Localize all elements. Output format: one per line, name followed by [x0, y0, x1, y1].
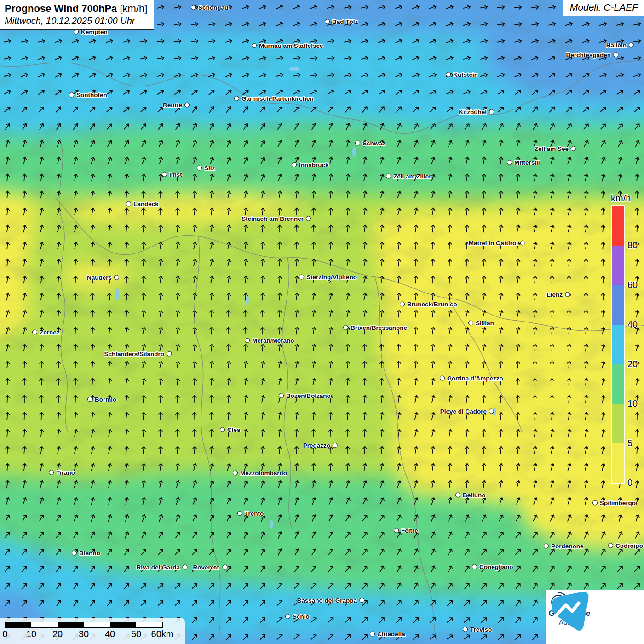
- city-marker: Treviso: [463, 626, 492, 633]
- city-dot: [394, 528, 399, 533]
- city-label: Belluno: [463, 492, 486, 499]
- city-dot: [184, 103, 190, 108]
- city-marker: Schongau: [191, 4, 228, 11]
- city-dot: [489, 409, 494, 414]
- city-label: Schongau: [198, 4, 228, 11]
- city-marker: Pieve di Cadore: [440, 408, 494, 415]
- city-label: Garmisch-Partenkirchen: [242, 95, 314, 102]
- city-label: Schwaz: [362, 140, 385, 147]
- city-marker: Garmisch-Partenkirchen: [234, 95, 314, 102]
- city-marker: Mezzolombardo: [233, 470, 287, 477]
- city-label: Riva del Garda: [136, 564, 180, 571]
- city-label: Predazzo: [303, 442, 330, 449]
- city-dot: [544, 544, 549, 549]
- page-title: Prognose Wind 700hPa [km/h]: [5, 3, 147, 15]
- city-marker: Zernez: [32, 329, 60, 336]
- legend-tick: 40: [627, 319, 638, 330]
- city-dot: [440, 376, 445, 381]
- scale-labels: 0102030405060km: [0, 629, 185, 643]
- city-marker: Kufstein: [446, 71, 478, 78]
- city-label: Kufstein: [453, 71, 478, 78]
- model-label: Modell: C-LAEF: [563, 0, 644, 16]
- city-marker: Schwaz: [355, 140, 385, 147]
- city-marker: Conegliano: [472, 564, 513, 570]
- city-marker: Codroipo: [608, 542, 643, 549]
- city-dot: [386, 174, 391, 179]
- city-marker: Silz: [197, 165, 215, 172]
- city-dot: [446, 72, 451, 77]
- city-label: Zell am See: [535, 145, 569, 152]
- legend-segment: [612, 206, 624, 246]
- legend-tick: 0: [627, 477, 632, 488]
- city-dot: [370, 632, 375, 637]
- city-marker: Imst: [162, 171, 182, 178]
- city-dot: [325, 19, 330, 24]
- city-dot: [49, 470, 54, 475]
- city-dot: [197, 166, 202, 171]
- city-marker: Bruneck/Brunico: [400, 301, 457, 308]
- city-label: Hallein: [606, 42, 627, 49]
- city-marker: Hallein: [606, 42, 634, 49]
- city-dot: [571, 146, 576, 151]
- city-label: Cittadella: [377, 631, 405, 638]
- city-marker: Nauders: [87, 274, 119, 281]
- city-label: Bozen/Bolzano: [286, 392, 331, 399]
- city-layer: SchongauBad TölzKemptenMurnau am Staffel…: [0, 0, 644, 644]
- geosphere-logo-panel: GeoSphere Austria: [546, 590, 644, 644]
- city-label: Imst: [169, 171, 182, 178]
- city-marker: Bormio: [87, 396, 116, 403]
- legend-segment: [612, 364, 624, 404]
- city-marker: Lienz: [546, 291, 570, 298]
- legend-segment: [612, 443, 624, 483]
- city-marker: Sterzing/Vipiteno: [299, 274, 357, 281]
- city-marker: Mittersill: [507, 159, 540, 166]
- city-label: Sonthofen: [76, 92, 107, 98]
- city-dot: [359, 598, 364, 603]
- city-dot: [463, 627, 468, 632]
- city-dot: [468, 321, 473, 326]
- city-label: Tirano: [56, 469, 75, 476]
- legend-tick: 60: [627, 280, 638, 290]
- scale-segment: [110, 622, 136, 627]
- map-scale-panel: 0102030405060km: [0, 618, 185, 644]
- city-marker: Zell am See: [535, 145, 576, 152]
- legend-color-bar: [612, 206, 624, 483]
- city-dot: [74, 29, 79, 34]
- city-dot: [69, 92, 74, 98]
- city-marker: Kitzbühel: [459, 109, 494, 115]
- legend-tick: 20: [627, 359, 638, 369]
- city-label: Zell am Ziller: [393, 173, 431, 180]
- legend-ticks: 806040201050: [627, 206, 644, 483]
- city-marker: Rovereto: [193, 564, 227, 571]
- legend-segment: [612, 285, 624, 325]
- city-dot: [520, 241, 525, 246]
- city-marker: Spilimbergo: [592, 500, 636, 506]
- city-label: Sterzing/Vipiteno: [306, 274, 357, 281]
- scale-label: 20: [52, 629, 63, 639]
- city-dot: [592, 500, 598, 506]
- city-dot: [608, 543, 613, 548]
- scale-segment: [84, 622, 110, 627]
- city-label: Mezzolombardo: [240, 470, 287, 477]
- city-dot: [234, 96, 239, 101]
- legend-title: km/h: [611, 193, 643, 204]
- city-marker: Pordenone: [544, 543, 584, 550]
- city-dot: [167, 351, 172, 356]
- city-marker: Meran/Merano: [245, 337, 294, 344]
- city-dot: [279, 393, 284, 398]
- legend-tick: 10: [627, 398, 638, 409]
- city-label: Innsbruck: [299, 161, 329, 168]
- city-label: Kitzbühel: [459, 109, 487, 115]
- city-marker: Bad Tölz: [325, 18, 358, 25]
- scale-segment: [136, 622, 162, 627]
- city-dot: [222, 565, 227, 570]
- city-label: Mittersill: [514, 159, 540, 166]
- city-marker: Sillian: [468, 320, 494, 327]
- city-label: Murnau am Staffelsee: [259, 42, 323, 49]
- city-dot: [182, 565, 187, 570]
- city-marker: Bassano del Grappa: [297, 597, 364, 604]
- city-dot: [252, 43, 257, 48]
- city-marker: Landeck: [126, 201, 159, 207]
- legend-tick: 80: [627, 240, 638, 251]
- city-label: Trento: [245, 510, 264, 517]
